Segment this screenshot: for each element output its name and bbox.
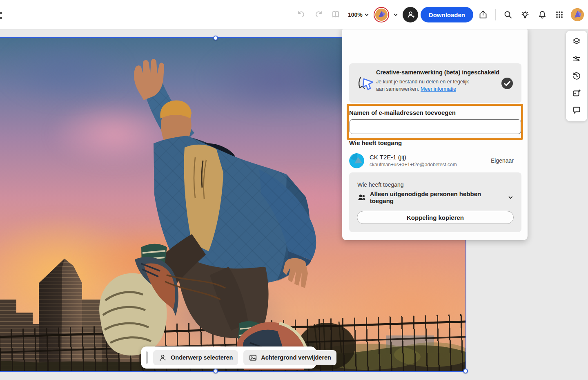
remove-background-icon — [249, 353, 257, 362]
share-document-dialog: Document delen Creative-samenwerking (be… — [342, 26, 528, 240]
profile-avatar[interactable] — [375, 9, 388, 21]
adjustments-icon[interactable] — [568, 50, 585, 67]
link-access-box: Wie heeft toegang Alleen uitgenodigde pe… — [349, 172, 521, 232]
selection-handle-top[interactable] — [213, 36, 218, 40]
zoom-chevron-icon — [364, 12, 369, 17]
add-people-input[interactable] — [350, 119, 521, 134]
access-dropdown[interactable]: Alleen uitgenodigde personen hebben toeg… — [357, 192, 513, 203]
more-info-link[interactable]: Meer informatie — [421, 86, 456, 92]
comments-icon[interactable] — [568, 102, 585, 119]
beta-banner-body: Je kunt je bestand nu delen en er tegeli… — [376, 78, 478, 93]
pages-icon[interactable] — [328, 7, 343, 22]
selection-handle-corner[interactable] — [463, 369, 468, 373]
history-icon[interactable] — [568, 67, 585, 85]
select-subject-icon — [158, 353, 167, 362]
right-tool-rail — [566, 31, 587, 121]
idea-bulb-icon[interactable] — [518, 7, 532, 22]
ai-actions-icon[interactable] — [568, 85, 585, 102]
layers-icon[interactable] — [568, 33, 585, 50]
owner-role-badge: Eigenaar — [491, 157, 514, 164]
quick-actions-bar: Onderwerp selecteren Achtergrond verwijd… — [141, 346, 316, 369]
copy-link-button[interactable]: Koppeling kopiëren — [357, 211, 514, 224]
top-toolbar: 100% Downloaden — [0, 0, 588, 29]
dropdown-chevron-icon — [508, 195, 513, 200]
redo-icon[interactable] — [311, 7, 326, 22]
download-button[interactable]: Downloaden — [421, 7, 473, 22]
collaboration-beta-banner: Creative-samenwerking (beta) ingeschakel… — [349, 63, 521, 103]
access-box-label: Wie heeft toegang — [357, 181, 404, 188]
people-access-icon — [357, 193, 366, 201]
invite-people-button[interactable] — [403, 7, 418, 22]
partial-menu-icon[interactable] — [0, 11, 2, 21]
owner-name: CK T2E-1 (jij) — [370, 154, 406, 161]
export-share-icon[interactable] — [476, 7, 490, 22]
avatar-chevron-icon[interactable] — [391, 7, 400, 22]
zoom-level-value: 100% — [348, 11, 363, 18]
invite-people-icon — [406, 10, 415, 19]
toolbar-divider — [495, 9, 496, 20]
select-subject-button[interactable]: Onderwerp selecteren — [153, 350, 238, 365]
owner-avatar — [349, 153, 364, 168]
account-avatar[interactable] — [571, 8, 584, 21]
app-window: 100% Downloaden — [0, 0, 588, 380]
collaboration-cursors-icon — [356, 75, 375, 92]
zoom-level-control[interactable]: 100% — [345, 7, 372, 22]
enabled-check-icon — [501, 77, 513, 89]
drag-handle[interactable] — [146, 351, 148, 364]
selection-handle-bottom[interactable] — [213, 369, 218, 373]
access-option-label: Alleen uitgenodigde personen hebben toeg… — [370, 190, 505, 204]
remove-background-button[interactable]: Achtergrond verwijderen — [243, 350, 336, 365]
add-people-label: Namen of e-mailadressen toevoegen — [349, 109, 456, 116]
undo-icon[interactable] — [294, 7, 309, 22]
beta-banner-title: Creative-samenwerking (beta) ingeschakel… — [376, 69, 499, 76]
search-icon[interactable] — [501, 7, 515, 22]
notifications-bell-icon[interactable] — [535, 7, 550, 22]
owner-email: ckaufman+us+a+1+t2e@adobetest.com — [370, 162, 457, 168]
who-has-access-heading: Wie heeft toegang — [349, 139, 402, 146]
apps-grid-icon[interactable] — [552, 7, 567, 22]
